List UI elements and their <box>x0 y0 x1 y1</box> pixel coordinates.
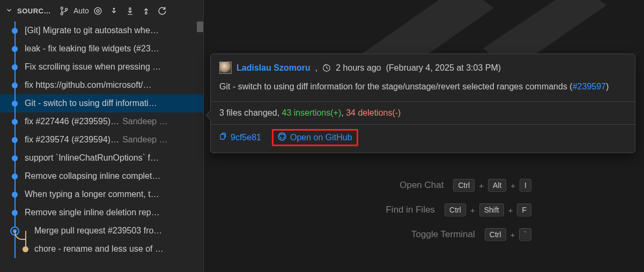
commit-row[interactable]: [Git] Migrate to git autostash whe… <box>0 21 203 40</box>
commit-row[interactable]: When typing a longer comment, t… <box>0 185 203 203</box>
files-changed: 3 files changed, <box>219 108 279 117</box>
hover-header: Ladislau Szomoru, 2 hours ago (February … <box>211 54 635 78</box>
shortcut-label: Toggle Terminal <box>411 229 475 240</box>
refresh-icon[interactable] <box>154 4 171 18</box>
branch-icon[interactable] <box>56 4 72 18</box>
commit-row[interactable]: Fix scrolling issue when pressing … <box>0 58 203 76</box>
commit-message: leak - fix leaking file widgets (#23… <box>25 40 203 58</box>
commit-message: chore - rename and less use of … <box>25 240 203 258</box>
plus-separator: + <box>510 230 515 239</box>
commit-message: fix https://github.com/microsoft/… <box>25 76 203 94</box>
panel-toolbar: Auto <box>56 4 171 18</box>
target-icon[interactable] <box>90 4 106 18</box>
open-on-github-label: Open on GitHub <box>290 133 352 142</box>
kbd-key: I <box>520 179 531 192</box>
plus-separator: + <box>470 206 475 215</box>
commit-graph-list[interactable]: [Git] Migrate to git autostash whe…leak … <box>0 21 203 272</box>
graph-column <box>0 149 25 167</box>
editor-area: Ladislau Szomoru, 2 hours ago (February … <box>204 0 644 272</box>
kbd-key: Ctrl <box>485 228 506 241</box>
graph-column <box>0 185 25 203</box>
hover-stats: 3 files changed, 43 insertions(+), 34 de… <box>211 101 635 124</box>
graph-column <box>0 112 25 131</box>
kbd-key: Alt <box>488 179 506 192</box>
plus-separator: + <box>508 206 513 215</box>
shortcut-label: Find in Files <box>386 205 435 215</box>
fetch-icon[interactable] <box>122 4 138 18</box>
pr-link[interactable]: #239597 <box>573 82 606 91</box>
svg-point-7 <box>145 12 147 14</box>
commit-message: Git - switch to using diff information f… <box>219 82 567 91</box>
commit-author: Sandeep … <box>122 135 168 144</box>
svg-point-5 <box>113 7 115 9</box>
graph-column <box>0 131 25 149</box>
commit-row[interactable]: fix #227446 (#239595)…Sandeep … <box>0 112 203 131</box>
github-icon <box>278 132 286 143</box>
graph-column <box>0 58 25 76</box>
commit-row[interactable]: Merge pull request #239503 fro… <box>0 222 203 240</box>
shortcut-keys: Ctrl+Alt+I <box>453 179 531 192</box>
clock-icon <box>322 64 331 72</box>
commit-message: Git - switch to using diff informati… <box>25 94 203 112</box>
commit-message: Merge pull request #239503 fro… <box>25 222 203 240</box>
commit-message: Fix scrolling issue when pressing … <box>25 58 203 76</box>
deletions: 34 deletions(-) <box>346 108 401 117</box>
commit-message: support `InlineChatRunOptions` f… <box>25 149 203 167</box>
relative-time: 2 hours ago <box>336 63 381 73</box>
kbd-key: ` <box>519 228 531 241</box>
avatar <box>219 62 232 74</box>
graph-column <box>0 167 25 185</box>
source-control-graph-panel: SOURC… Auto <box>0 0 204 272</box>
commit-row[interactable]: fix https://github.com/microsoft/… <box>0 76 203 94</box>
scrollbar-thumb[interactable] <box>197 21 203 32</box>
open-on-github-action[interactable]: Open on GitHub <box>272 129 358 146</box>
graph-column <box>0 21 25 40</box>
graph-column <box>0 203 25 222</box>
commit-row[interactable]: Remove single inline deletion rep… <box>0 203 203 222</box>
commit-row[interactable]: Git - switch to using diff informati… <box>0 94 203 112</box>
plus-separator: + <box>510 181 515 190</box>
pull-icon[interactable] <box>106 4 122 18</box>
shortcut-row: Open ChatCtrl+Alt+I <box>386 179 531 192</box>
commit-message: Remove single inline deletion rep… <box>25 203 203 222</box>
commit-row[interactable]: Remove collapsing inline complet… <box>0 167 203 185</box>
kbd-key: Ctrl <box>445 203 466 216</box>
shortcut-row: Toggle TerminalCtrl+` <box>386 228 531 241</box>
hover-actions: 9cf5e81 Open on GitHub <box>211 124 635 153</box>
plus-separator: + <box>479 181 484 190</box>
svg-point-2 <box>65 8 68 10</box>
auto-label[interactable]: Auto <box>72 6 90 15</box>
svg-point-3 <box>94 7 101 14</box>
shortcut-row: Find in FilesCtrl+Shift+F <box>386 203 531 216</box>
panel-title: SOURC… <box>17 7 51 15</box>
panel-header[interactable]: SOURC… Auto <box>0 0 203 21</box>
author-link[interactable]: Ladislau Szomoru <box>236 63 310 73</box>
svg-rect-9 <box>220 134 225 139</box>
svg-point-0 <box>61 7 63 9</box>
commit-hover-card: Ladislau Szomoru, 2 hours ago (February … <box>210 54 635 153</box>
commit-row[interactable]: chore - rename and less use of … <box>0 240 203 258</box>
svg-point-1 <box>61 12 63 14</box>
graph-column <box>0 94 25 112</box>
copy-icon <box>218 132 227 143</box>
chevron-down-icon[interactable] <box>5 6 13 16</box>
push-icon[interactable] <box>138 4 154 18</box>
commit-row[interactable]: fix #239574 (#239594)…Sandeep … <box>0 131 203 149</box>
commit-author: Sandeep … <box>122 117 168 126</box>
commit-row[interactable]: support `InlineChatRunOptions` f… <box>0 149 203 167</box>
sha-text: 9cf5e81 <box>231 133 261 142</box>
insertions: 43 insertions(+) <box>282 108 342 117</box>
kbd-key: Shift <box>479 203 504 216</box>
stats-sep: , <box>341 108 343 117</box>
absolute-time: (February 4, 2025 at 3:03 PM) <box>386 63 501 73</box>
shortcut-keys: Ctrl+` <box>485 228 531 241</box>
commit-message: [Git] Migrate to git autostash whe… <box>25 21 203 40</box>
commit-message: fix #227446 (#239595)…Sandeep … <box>25 112 203 131</box>
graph-column <box>0 240 25 258</box>
commit-row[interactable]: leak - fix leaking file widgets (#23… <box>0 40 203 58</box>
graph-column <box>0 40 25 58</box>
shortcut-keys: Ctrl+Shift+F <box>445 203 531 216</box>
graph-column <box>0 222 25 240</box>
svg-point-6 <box>129 7 131 9</box>
copy-sha-action[interactable]: 9cf5e81 <box>218 132 261 143</box>
